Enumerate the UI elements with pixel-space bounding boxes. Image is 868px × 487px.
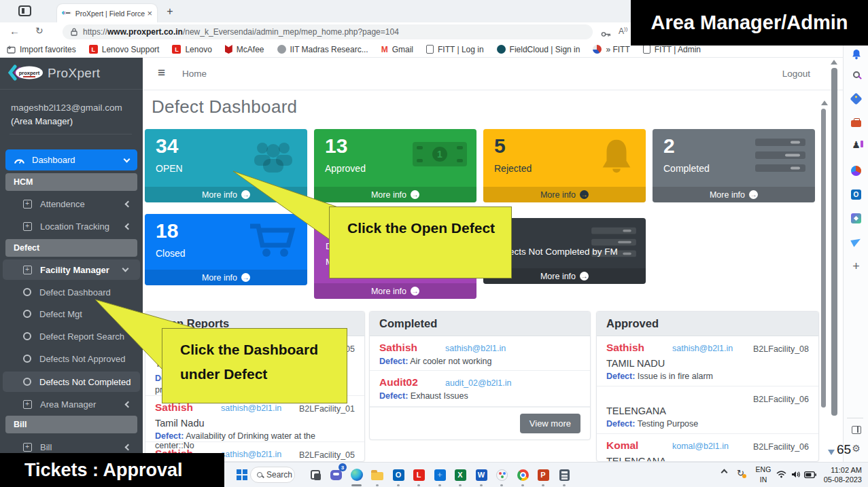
sidebar-item-facility-manager[interactable]: Facility Manager (3, 259, 140, 280)
menu-toggle-icon[interactable]: ≡ (158, 65, 165, 80)
stat-card-approved[interactable]: 13 Approved 1 More info→ (314, 129, 476, 202)
calculator-icon[interactable] (556, 467, 572, 483)
arrow-circle-icon: → (241, 273, 250, 282)
sidebar-item-area-manager[interactable]: Area Manager (0, 394, 143, 414)
bookmark-mcafee[interactable]: McAfee (225, 45, 264, 54)
microsoft-365-icon[interactable] (844, 166, 868, 176)
sidebar-item-attendence[interactable]: Attendence (0, 194, 143, 214)
microsoft-store-icon[interactable] (432, 467, 448, 483)
scroll-up-arrow[interactable] (831, 60, 837, 65)
plus-square-icon (23, 266, 32, 274)
stat-card-completed[interactable]: 2 Completed More info→ (653, 129, 815, 202)
sidebar-item-defect-dashboard[interactable]: Defect Dashboard (0, 282, 143, 302)
show-hidden-icons[interactable] (722, 468, 727, 475)
logout-link[interactable]: Logout (782, 69, 810, 79)
refresh-icon[interactable]: ↻ (35, 25, 44, 36)
read-aloud-icon[interactable]: A)) (619, 26, 627, 36)
chevron-down-icon (124, 156, 131, 162)
edge-icon[interactable] (349, 467, 365, 483)
image-creator-icon[interactable] (844, 213, 868, 223)
toolbox-icon[interactable] (844, 118, 868, 127)
powerpoint-icon[interactable]: P (535, 467, 551, 483)
stat-card-open[interactable]: 34 OPEN More info→ (145, 129, 307, 202)
paint-icon[interactable] (493, 467, 510, 483)
tab-close-icon[interactable]: × (147, 8, 152, 18)
more-info-button[interactable]: More info→ (145, 187, 307, 202)
reporter-email[interactable]: sathish@b2l1.in (672, 344, 733, 353)
drop-paper-plane-icon[interactable] (844, 238, 868, 245)
clock[interactable]: 11:02 AM05-08-2023 (816, 465, 862, 484)
stat-card-rejected[interactable]: 5 Rejected More info→ (483, 129, 646, 202)
wifi-icon[interactable] (776, 471, 786, 478)
more-info-button[interactable]: More info→ (314, 283, 476, 299)
reporter-name: Sathish (379, 342, 417, 353)
scroll-down-arrow[interactable] (828, 450, 835, 455)
bookmark-lenovo-support[interactable]: LLenovo Support (89, 45, 160, 54)
bookmark-iit-madras[interactable]: IIT Madras Researc... (277, 45, 368, 54)
outlook-icon[interactable]: O (390, 467, 406, 483)
more-info-button[interactable]: More info→ (145, 270, 307, 285)
chrome-icon[interactable] (515, 467, 531, 483)
region-text: TAMIL NADU (606, 358, 809, 372)
games-icon[interactable]: ♟ (844, 139, 868, 150)
more-info-button[interactable]: More info→ (483, 187, 646, 202)
password-key-icon[interactable] (601, 28, 611, 40)
bookmark-fieldcloud[interactable]: FieldCloud | Sign in (497, 45, 580, 54)
outlook-icon[interactable]: O (844, 190, 868, 200)
home-link[interactable]: Home (182, 69, 207, 79)
notifications-bell-icon[interactable] (844, 49, 868, 60)
shopping-tag-icon[interactable] (844, 94, 868, 103)
tab-actions-icon[interactable] (18, 5, 31, 16)
bookmark-gmail[interactable]: MGmail (381, 45, 413, 54)
file-explorer-icon[interactable] (369, 467, 385, 483)
browser-tab[interactable]: ProXpert | Field Force Automation × (57, 4, 157, 22)
reporter-email[interactable]: sathish@b2l1.in (221, 450, 281, 459)
sidebar-item-defect-mgt[interactable]: Defect Mgt (0, 304, 143, 324)
sidebar-item-dashboard[interactable]: Dashboard (5, 149, 137, 170)
scroll-up-arrow[interactable] (821, 101, 828, 105)
top-navbar: ≡ Home Logout (143, 58, 843, 90)
bookmark-fitt[interactable]: » FITT (593, 45, 629, 54)
inner-scrollbar[interactable] (821, 109, 826, 408)
reporter-email[interactable]: komal@b2l1.in (672, 441, 729, 451)
more-info-button[interactable]: More info→ (314, 187, 476, 202)
bookmark-import-favorites[interactable]: Import favorites (7, 45, 76, 54)
sidebar-item-defects-not-approved[interactable]: Defects Not Approved (0, 348, 143, 369)
sidebar-item-location-tracking[interactable]: Location Tracking (0, 216, 143, 236)
brand-logo[interactable]: proxpert ProXpert (0, 58, 143, 90)
search-icon[interactable] (844, 71, 868, 78)
bookmark-fitt-login[interactable]: FITT | Log in (426, 45, 484, 54)
card-label: Rejected (494, 163, 532, 174)
panel-title: Approved (597, 312, 818, 336)
page-scrollbar[interactable] (831, 68, 837, 416)
back-icon[interactable]: ← (10, 25, 20, 37)
volume-icon[interactable] (791, 471, 801, 478)
taskbar-search[interactable]: Search (250, 467, 295, 483)
sync-icon[interactable]: ↻ (737, 468, 744, 478)
reporter-email[interactable]: sathish@b2l1.in (445, 344, 506, 353)
start-button[interactable] (234, 467, 250, 483)
language-switcher[interactable]: ENGIN (753, 465, 774, 485)
add-sidebar-item-icon[interactable]: + (844, 261, 868, 271)
excel-icon[interactable]: X (452, 467, 468, 483)
radio-icon (23, 288, 31, 296)
task-view-button[interactable] (307, 467, 324, 483)
sidebar-section-defect: Defect (5, 239, 137, 257)
sidebar-item-defects-not-completed[interactable]: Defects Not Completed (3, 372, 140, 392)
url-field[interactable]: https://www.proxpert.co.in/new_k_Eversen… (63, 24, 593, 39)
lenovo-icon[interactable]: L (411, 467, 427, 483)
chat-button[interactable]: 3 (328, 467, 344, 483)
split-screen-icon[interactable] (844, 426, 868, 434)
view-more-button[interactable]: View more (520, 414, 580, 433)
stat-card-closed[interactable]: 18 Closed More info→ (145, 214, 307, 285)
bookmark-lenovo[interactable]: LLenovo (172, 45, 211, 54)
reporter-email[interactable]: sathish@b2l1.in (221, 403, 281, 413)
battery-icon[interactable] (804, 471, 816, 478)
card-label: Closed (156, 248, 186, 259)
reporter-email[interactable]: audit_02@b2l1.in (445, 378, 512, 388)
new-tab-button[interactable]: + (164, 5, 176, 18)
more-info-button[interactable]: More info→ (653, 187, 815, 202)
word-icon[interactable]: W (473, 467, 489, 483)
bookmark-fitt-admin[interactable]: FITT | Admin (643, 45, 701, 54)
sidebar-item-defect-report-search[interactable]: Defect Report Search (0, 326, 143, 346)
